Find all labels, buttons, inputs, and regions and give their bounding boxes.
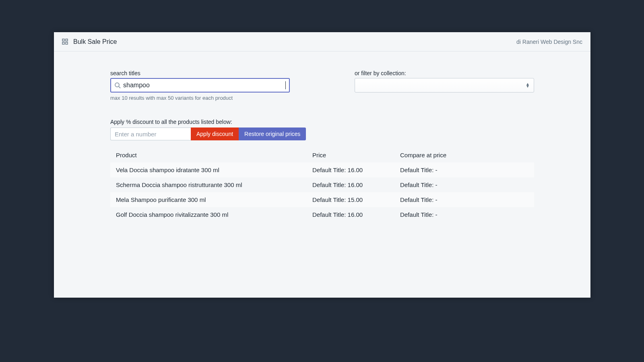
col-header-compare: Compare at price <box>400 152 528 158</box>
svg-rect-3 <box>66 42 68 44</box>
collection-label: or filter by collection: <box>355 70 534 76</box>
cell-price: Default Title: 16.00 <box>312 181 400 188</box>
discount-label: Apply % discount to all the products lis… <box>110 119 534 125</box>
restore-prices-button[interactable]: Restore original prices <box>239 128 306 140</box>
cell-compare: Default Title: - <box>400 211 528 218</box>
select-chevrons-icon: ▲▼ <box>526 83 530 88</box>
col-header-product: Product <box>116 152 312 158</box>
svg-line-5 <box>119 86 120 88</box>
app-window: Bulk Sale Price di Raneri Web Design Snc… <box>54 32 590 298</box>
cell-price: Default Title: 16.00 <box>312 211 400 218</box>
discount-input[interactable] <box>110 128 191 140</box>
cell-product: Golf Doccia shampoo rivitalizzante 300 m… <box>116 211 312 218</box>
discount-section: Apply % discount to all the products lis… <box>110 119 534 140</box>
cell-compare: Default Title: - <box>400 196 528 203</box>
search-label: search titles <box>110 70 290 76</box>
collection-select[interactable]: ▲▼ <box>355 78 534 93</box>
collection-column: or filter by collection: ▲▼ <box>355 70 534 93</box>
apply-discount-button[interactable]: Apply discount <box>191 128 239 140</box>
cell-compare: Default Title: - <box>400 181 528 188</box>
table-header-row: Product Price Compare at price <box>110 148 534 162</box>
cell-product: Vela Doccia shampoo idratante 300 ml <box>116 167 312 173</box>
svg-rect-2 <box>62 42 64 44</box>
apply-row: Apply discount Restore original prices <box>110 128 534 140</box>
svg-point-4 <box>115 83 119 87</box>
content: search titles max 10 results with max 50… <box>54 51 590 222</box>
search-icon <box>114 82 121 88</box>
text-caret <box>285 81 286 89</box>
products-table: Product Price Compare at price Vela Docc… <box>110 148 534 222</box>
app-icon <box>62 39 68 45</box>
cell-price: Default Title: 15.00 <box>312 196 400 203</box>
header-meta: di Raneri Web Design Snc <box>516 39 582 45</box>
app-header: Bulk Sale Price di Raneri Web Design Snc <box>54 32 590 51</box>
cell-compare: Default Title: - <box>400 167 528 173</box>
cell-product: Mela Shampoo purificante 300 ml <box>116 196 312 203</box>
table-row: Scherma Doccia shampoo ristrutturante 30… <box>110 177 534 192</box>
search-input[interactable] <box>123 82 286 89</box>
cell-price: Default Title: 16.00 <box>312 167 400 173</box>
col-header-price: Price <box>312 152 400 158</box>
svg-rect-1 <box>66 39 68 41</box>
search-column: search titles max 10 results with max 50… <box>110 70 290 101</box>
filters-row: search titles max 10 results with max 50… <box>110 70 534 101</box>
table-row: Mela Shampoo purificante 300 ml Default … <box>110 192 534 207</box>
search-hint: max 10 results with max 50 variants for … <box>110 95 290 101</box>
table-row: Vela Doccia shampoo idratante 300 ml Def… <box>110 162 534 177</box>
table-row: Golf Doccia shampoo rivitalizzante 300 m… <box>110 207 534 222</box>
svg-rect-0 <box>62 39 64 41</box>
search-box[interactable] <box>110 78 290 93</box>
cell-product: Scherma Doccia shampoo ristrutturante 30… <box>116 181 312 188</box>
page-title: Bulk Sale Price <box>73 38 117 45</box>
